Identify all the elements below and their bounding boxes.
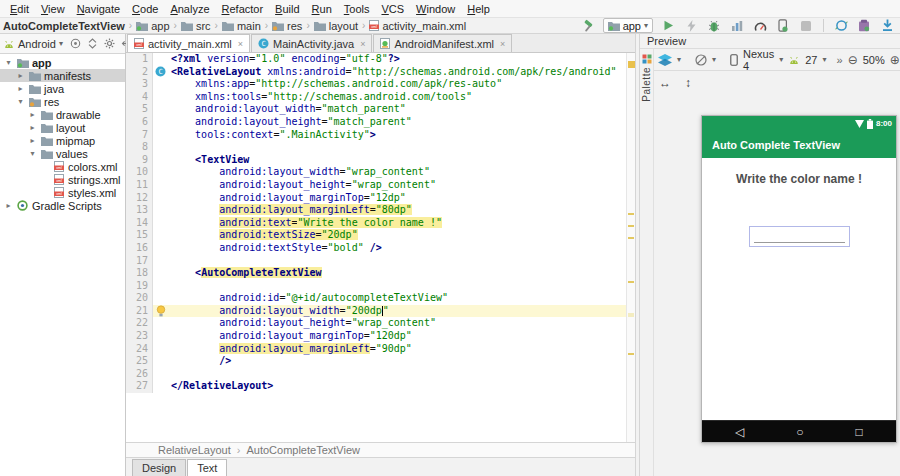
editor-tab-mainactivity-java[interactable]: CMainActivity.java× — [251, 34, 372, 52]
code-editor[interactable]: 1<?xml version="1.0" encoding="utf-8"?>2… — [126, 53, 635, 442]
collapse-all-icon[interactable] — [86, 37, 99, 50]
orientation-icon[interactable] — [695, 52, 707, 68]
code-line-15[interactable]: 15 android:textSize="20dp" — [126, 229, 635, 242]
code-line-16[interactable]: 16 android:textStyle="bold" /> — [126, 242, 635, 255]
design-surface-icon[interactable] — [658, 52, 672, 68]
tree-item-layout[interactable]: ▸layout — [0, 121, 125, 134]
stripe-mark[interactable] — [628, 213, 634, 215]
code-line-2[interactable]: 2C<RelativeLayout xmlns:android="http://… — [126, 66, 635, 79]
download-button[interactable] — [879, 18, 895, 34]
chevron-down-icon[interactable]: ▾ — [712, 55, 716, 64]
tree-item-strings-xml[interactable]: xmlstrings.xml — [0, 173, 125, 186]
menu-build[interactable]: Build — [269, 2, 305, 16]
autocomplete-textview-preview[interactable] — [749, 226, 850, 247]
code-line-27[interactable]: 27</RelativeLayout> — [126, 380, 635, 393]
breadcrumb-item[interactable]: app — [136, 20, 169, 32]
code-line-25[interactable]: 25 /> — [126, 355, 635, 368]
gauge-button[interactable] — [752, 18, 768, 34]
close-icon[interactable]: × — [500, 39, 505, 49]
code-line-11[interactable]: 11 android:layout_height="wrap_content" — [126, 179, 635, 192]
code-line-12[interactable]: 12 android:layout_marginTop="12dp" — [126, 192, 635, 205]
apply-changes-button[interactable] — [683, 18, 699, 34]
sync-button[interactable] — [833, 18, 849, 34]
menu-analyze[interactable]: Analyze — [164, 2, 215, 16]
editor-scrollbar-stripe[interactable] — [626, 53, 635, 442]
menu-help[interactable]: Help — [461, 2, 496, 16]
tree-item-app[interactable]: ▾app — [0, 56, 125, 69]
breadcrumb-item[interactable]: res — [272, 20, 302, 32]
tree-item-drawable[interactable]: ▸drawable — [0, 108, 125, 121]
code-line-3[interactable]: 3 xmlns:app="http://schemas.android.com/… — [126, 78, 635, 91]
code-line-19[interactable]: 19 — [126, 280, 635, 293]
tree-item-mipmap[interactable]: ▸mipmap — [0, 134, 125, 147]
chevron-down-icon[interactable]: ▾ — [822, 55, 826, 64]
project-view-selector[interactable]: Android — [18, 38, 56, 50]
menu-window[interactable]: Window — [410, 2, 461, 16]
debug-button[interactable] — [706, 18, 722, 34]
code-line-4[interactable]: 4 xmlns:tools="http://schemas.android.co… — [126, 91, 635, 104]
code-line-8[interactable]: 8 — [126, 141, 635, 154]
api-level-selector[interactable]: 27 — [805, 54, 817, 66]
xml-breadcrumb-item[interactable]: AutoCompleteTextView — [246, 444, 360, 456]
chevron-down-icon[interactable]: ▾ — [779, 55, 783, 64]
close-icon[interactable]: × — [238, 39, 243, 49]
tab-design[interactable]: Design — [132, 459, 186, 476]
menu-navigate[interactable]: Navigate — [71, 2, 126, 16]
code-line-10[interactable]: 10 android:layout_width="wrap_content" — [126, 166, 635, 179]
sdk-manager-button[interactable] — [856, 18, 872, 34]
code-line-18[interactable]: 18 <AutoCompleteTextView — [126, 267, 635, 280]
code-line-20[interactable]: 20 android:id="@+id/autocompleteTextView… — [126, 292, 635, 305]
stripe-mark[interactable] — [628, 281, 634, 283]
code-line-7[interactable]: 7 tools:context=".MainActivity"> — [126, 129, 635, 142]
zoom-out-button[interactable]: ⊖ — [848, 53, 858, 67]
tree-item-colors-xml[interactable]: xmlcolors.xml — [0, 160, 125, 173]
zoom-in-button[interactable]: ⊕ — [890, 53, 900, 67]
build-hammer-button[interactable] — [580, 18, 596, 34]
code-line-22[interactable]: 22 android:layout_height="wrap_content" — [126, 317, 635, 330]
menu-tools[interactable]: Tools — [338, 2, 376, 16]
code-line-24[interactable]: 24 android:layout_marginLeft="90dp" — [126, 343, 635, 356]
menu-vcs[interactable]: VCS — [375, 2, 410, 16]
breadcrumb-item[interactable]: src — [181, 20, 211, 32]
stripe-current-line-mark[interactable] — [628, 313, 634, 317]
stripe-mark[interactable] — [628, 61, 635, 68]
code-line-1[interactable]: 1<?xml version="1.0" encoding="utf-8"?> — [126, 53, 635, 66]
code-line-26[interactable]: 26 — [126, 368, 635, 381]
stripe-mark[interactable] — [628, 225, 634, 227]
breadcrumb-item[interactable]: xmlactivity_main.xml — [369, 20, 466, 32]
breadcrumb-item[interactable]: main — [222, 20, 261, 32]
code-line-13[interactable]: 13 android:layout_marginLeft="80dp" — [126, 204, 635, 217]
tree-item-res[interactable]: ▾res — [0, 95, 125, 108]
stripe-mark[interactable] — [628, 237, 634, 239]
resize-horizontal-icon[interactable]: ↔ — [659, 76, 671, 90]
run-button[interactable] — [660, 18, 676, 34]
code-line-9[interactable]: 9 <TextView — [126, 154, 635, 167]
resize-vertical-icon[interactable]: ↕ — [685, 76, 691, 90]
code-line-23[interactable]: 23 android:layout_marginTop="120dp" — [126, 330, 635, 343]
tab-text[interactable]: Text — [187, 459, 227, 476]
menu-run[interactable]: Run — [306, 2, 338, 16]
menu-code[interactable]: Code — [126, 2, 164, 16]
breadcrumb-item[interactable]: AutoCompleteTextView — [3, 20, 125, 32]
preview-canvas[interactable]: ↔ ↕ 8:00 Auto Complete TextView — [654, 71, 900, 476]
menu-view[interactable]: View — [35, 2, 71, 16]
editor-tab-androidmanifest-xml[interactable]: AndroidManifest.xml× — [373, 34, 512, 52]
attach-device-button[interactable] — [775, 18, 791, 34]
close-icon[interactable]: × — [360, 39, 365, 49]
code-line-6[interactable]: 6 android:layout_height="match_parent" — [126, 116, 635, 129]
toolbar-overflow[interactable]: » — [837, 54, 843, 66]
code-line-5[interactable]: 5 android:layout_width="match_parent" — [126, 103, 635, 116]
gear-icon[interactable] — [103, 37, 116, 50]
menu-edit[interactable]: Edit — [4, 2, 35, 16]
stripe-mark[interactable] — [628, 353, 634, 355]
tree-item-styles-xml[interactable]: xmlstyles.xml — [0, 186, 125, 199]
menu-refactor[interactable]: Refactor — [216, 2, 270, 16]
stop-button[interactable] — [798, 18, 814, 34]
xml-breadcrumb-item[interactable]: RelativeLayout — [158, 444, 231, 456]
locate-icon[interactable] — [69, 37, 82, 50]
tree-item-java[interactable]: ▸java — [0, 82, 125, 95]
run-config-select[interactable]: app ▾ — [603, 18, 653, 33]
tree-item-values[interactable]: ▾values — [0, 147, 125, 160]
tree-item-gradle-scripts[interactable]: ▸Gradle Scripts — [0, 199, 125, 212]
palette-side-tab[interactable]: Palette — [640, 49, 654, 476]
